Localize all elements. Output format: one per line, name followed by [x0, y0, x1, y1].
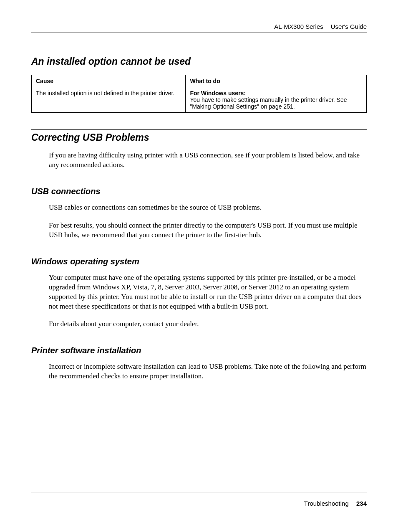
footer-section: Troubleshooting: [304, 500, 349, 507]
heading-usb-connections: USB connections: [31, 187, 367, 196]
cell-what-to-do: For Windows users: You have to make sett…: [186, 87, 367, 113]
col-what-to-do: What to do: [186, 75, 367, 87]
footer-page-number: 234: [356, 500, 367, 507]
page-footer: Troubleshooting 234: [31, 492, 367, 507]
usb-intro-paragraph: If you are having difficulty using print…: [31, 151, 367, 170]
heading-installed-option: An installed option cannot be used: [31, 56, 367, 67]
col-cause: Cause: [32, 75, 186, 87]
heading-correcting-usb: Correcting USB Problems: [31, 129, 367, 143]
running-header: AL-MX300 SeriesUser's Guide: [31, 23, 367, 33]
table-row: The installed option is not defined in t…: [32, 87, 367, 113]
usb-conn-paragraph-1: USB cables or connections can sometimes …: [31, 203, 367, 213]
cell-cause: The installed option is not defined in t…: [32, 87, 186, 113]
page: AL-MX300 SeriesUser's Guide An installed…: [0, 0, 398, 532]
cause-what-to-do-table: Cause What to do The installed option is…: [31, 75, 367, 113]
usb-conn-paragraph-2: For best results, you should connect the…: [31, 221, 367, 240]
table-header-row: Cause What to do: [32, 75, 367, 87]
sw-install-paragraph-1: Incorrect or incomplete software install…: [31, 362, 367, 381]
windows-users-text: You have to make settings manually in th…: [190, 96, 347, 110]
header-doc-type: User's Guide: [331, 23, 367, 30]
header-series: AL-MX300 Series: [274, 23, 323, 30]
win-os-paragraph-2: For details about your computer, contact…: [31, 319, 367, 329]
windows-users-label: For Windows users:: [190, 90, 246, 96]
heading-windows-os: Windows operating system: [31, 257, 367, 266]
heading-sw-install: Printer software installation: [31, 346, 367, 355]
win-os-paragraph-1: Your computer must have one of the opera…: [31, 273, 367, 312]
